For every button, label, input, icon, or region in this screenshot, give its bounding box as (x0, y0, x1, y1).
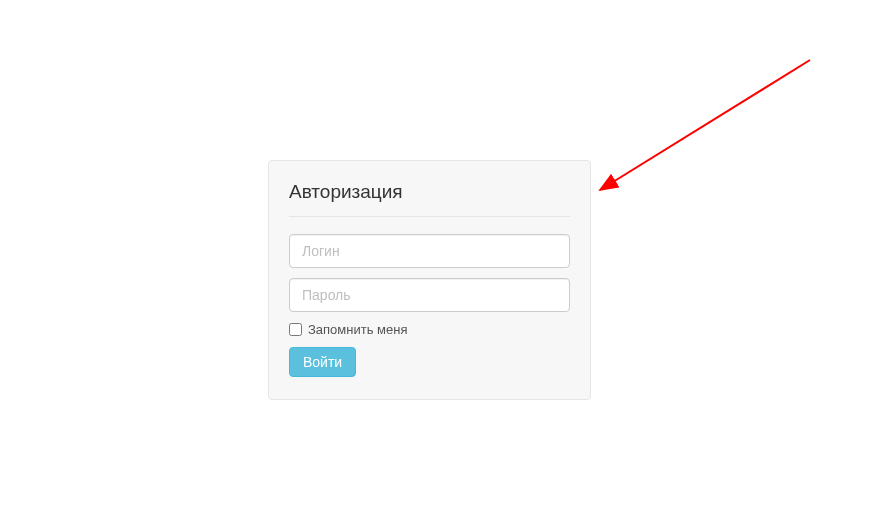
remember-me-label: Запомнить меня (308, 322, 407, 337)
remember-me-checkbox[interactable] (289, 323, 302, 336)
username-input[interactable] (289, 234, 570, 268)
login-button[interactable]: Войти (289, 347, 356, 377)
login-title: Авторизация (289, 181, 570, 217)
remember-me-row[interactable]: Запомнить меня (289, 322, 570, 337)
login-panel: Авторизация Запомнить меня Войти (268, 160, 591, 400)
password-input[interactable] (289, 278, 570, 312)
svg-line-1 (600, 60, 810, 190)
annotation-arrow-icon (590, 55, 820, 205)
